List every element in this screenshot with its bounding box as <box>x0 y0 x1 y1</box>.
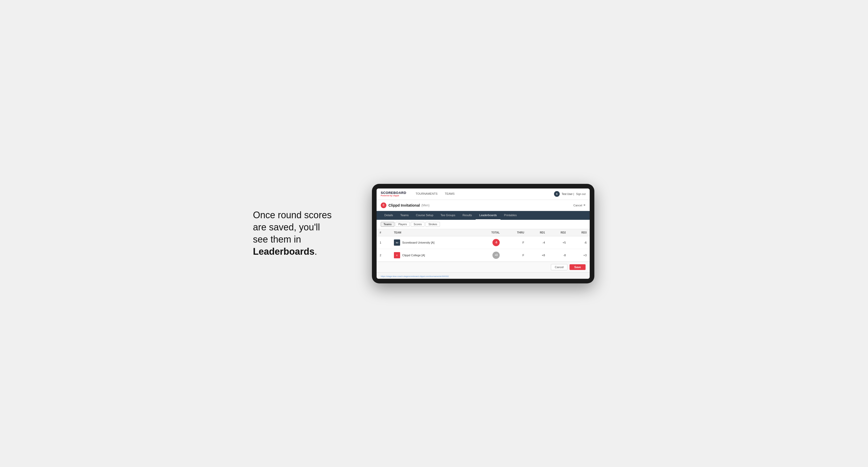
tournament-header: C Clippd Invitational (Men) Cancel ✕ <box>377 200 590 211</box>
tab-printables[interactable]: Printables <box>500 211 520 220</box>
rank-1: 1 <box>377 236 391 249</box>
col-rd2: RD2 <box>548 229 569 236</box>
url-text: https://stage-blue-coach.stagescoreboard… <box>381 275 449 277</box>
total-cell-2: +3 <box>476 249 503 261</box>
total-cell-1: -5 <box>476 236 503 249</box>
tab-results[interactable]: Results <box>459 211 476 220</box>
nav-links: TOURNAMENTS TEAMS <box>412 191 554 197</box>
table-header-row: # TEAM TOTAL THRU RD1 RD2 RD3 <box>377 229 590 236</box>
brand-title: SCOREBOARD <box>381 191 406 194</box>
tab-course-setup[interactable]: Course Setup <box>412 211 437 220</box>
team-logo-2: C <box>394 252 400 258</box>
page-wrapper: Once round scores are saved, you'll see … <box>253 184 615 283</box>
filter-players[interactable]: Players <box>396 222 410 227</box>
score-badge-1: -5 <box>492 239 500 246</box>
rd2-cell-2: -8 <box>548 249 569 261</box>
rank-2: 2 <box>377 249 391 261</box>
nav-tournaments[interactable]: TOURNAMENTS <box>412 191 441 197</box>
team-logo-icon-1: SU <box>395 241 400 245</box>
team-cell-1: SU Scoreboard University [A] <box>391 236 476 249</box>
rd1-cell-1: -4 <box>527 236 548 249</box>
brand: SCOREBOARD Powered by clippd <box>381 191 406 197</box>
sub-nav: Details Teams Course Setup Tee Groups Re… <box>377 211 590 220</box>
tablet-wrapper: SCOREBOARD Powered by clippd TOURNAMENTS… <box>351 184 615 283</box>
left-text-block: Once round scores are saved, you'll see … <box>253 209 336 257</box>
rd3-cell-2: +3 <box>569 249 590 261</box>
col-rd1: RD1 <box>527 229 548 236</box>
col-thru: THRU <box>503 229 527 236</box>
team-logo-1: SU <box>394 240 400 246</box>
team-logo-icon-2: C <box>395 253 400 257</box>
col-rd3: RD3 <box>569 229 590 236</box>
user-avatar: S <box>554 191 560 197</box>
top-nav: SCOREBOARD Powered by clippd TOURNAMENTS… <box>377 188 590 200</box>
tournament-title: Clippd Invitational <box>389 203 420 207</box>
url-bar: https://stage-blue-coach.stagescoreboard… <box>377 272 590 279</box>
tab-details[interactable]: Details <box>381 211 397 220</box>
tab-teams[interactable]: Teams <box>397 211 412 220</box>
sign-out-link[interactable]: Sign out <box>576 193 586 195</box>
rd1-cell-2: +8 <box>527 249 548 261</box>
filter-scores[interactable]: Scores <box>411 222 425 227</box>
col-total: TOTAL <box>476 229 503 236</box>
table-row: 2 C Cli <box>377 249 590 261</box>
team-name-2: Clippd College [A] <box>402 254 425 257</box>
thru-cell-1: F <box>503 236 527 249</box>
team-cell-2: C Clippd College [A] <box>391 249 476 261</box>
leaderboard-table-container: # TEAM TOTAL THRU RD1 RD2 RD3 <box>377 229 590 262</box>
filter-bar: Teams Players Scores Strokes <box>377 220 590 229</box>
table-row: 1 SU Sc <box>377 236 590 249</box>
bottom-cancel-button[interactable]: Cancel <box>551 264 567 270</box>
rd3-cell-1: -6 <box>569 236 590 249</box>
user-name: Test User | <box>562 193 574 195</box>
nav-right: S Test User | Sign out <box>554 191 586 197</box>
filter-strokes[interactable]: Strokes <box>426 222 440 227</box>
leaderboard-table: # TEAM TOTAL THRU RD1 RD2 RD3 <box>377 229 590 262</box>
bottom-bar: Cancel Save <box>377 262 590 272</box>
team-info-1: SU Scoreboard University [A] <box>394 240 473 246</box>
thru-cell-2: F <box>503 249 527 261</box>
description-text: Once round scores are saved, you'll see … <box>253 209 336 257</box>
nav-teams[interactable]: TEAMS <box>442 191 458 197</box>
brand-sub: Powered by clippd <box>381 194 406 197</box>
col-team: TEAM <box>391 229 476 236</box>
cancel-link[interactable]: Cancel ✕ <box>574 204 586 207</box>
tab-leaderboards[interactable]: Leaderboards <box>476 211 500 220</box>
col-rank: # <box>377 229 391 236</box>
team-info-2: C Clippd College [A] <box>394 252 473 258</box>
svg-text:SU: SU <box>396 242 398 244</box>
bottom-save-button[interactable]: Save <box>569 264 586 270</box>
tablet-device: SCOREBOARD Powered by clippd TOURNAMENTS… <box>372 184 594 283</box>
tournament-icon: C <box>381 203 386 208</box>
score-badge-2: +3 <box>492 252 500 259</box>
tablet-screen: SCOREBOARD Powered by clippd TOURNAMENTS… <box>377 188 590 279</box>
tab-tee-groups[interactable]: Tee Groups <box>437 211 459 220</box>
svg-text:C: C <box>396 254 398 256</box>
tournament-subtitle: (Men) <box>421 204 429 207</box>
filter-teams[interactable]: Teams <box>381 222 395 227</box>
team-name-1: Scoreboard University [A] <box>402 241 435 244</box>
rd2-cell-1: +5 <box>548 236 569 249</box>
